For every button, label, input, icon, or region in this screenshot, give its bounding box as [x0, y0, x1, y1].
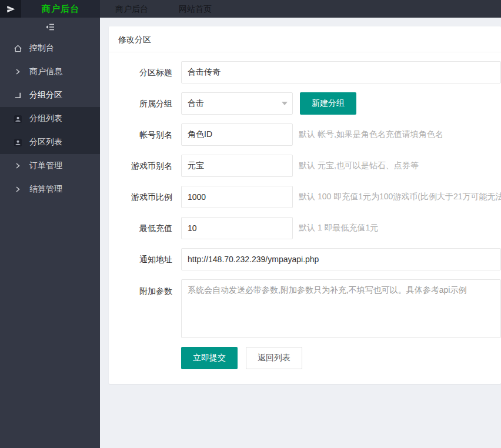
chevron-right-icon: [12, 186, 24, 193]
form-row: 最低充值 默认 1 即最低充值1元: [109, 217, 501, 239]
sidebar-item-settlement-management[interactable]: 结算管理: [0, 178, 100, 201]
spacer: [109, 347, 181, 369]
logo-block: 商户后台: [0, 0, 100, 18]
app-logo: 商户后台: [21, 0, 100, 18]
hint-text: 默认 元宝,也可以是钻石、点券等: [299, 161, 501, 171]
corner-icon: [12, 92, 24, 99]
home-icon: [12, 44, 24, 53]
header-tab-site-home[interactable]: 网站首页: [163, 0, 227, 18]
send-icon[interactable]: [0, 0, 21, 18]
field-label: 分区标题: [109, 61, 181, 83]
chevron-right-icon: [12, 68, 24, 75]
sidebar-item-label: 结算管理: [29, 184, 62, 195]
notify-url-input[interactable]: [181, 248, 501, 270]
hint-text: 默认 1 即最低充值1元: [299, 223, 501, 233]
field-label: 附加参数: [109, 279, 181, 338]
field-label: 所属分组: [109, 92, 181, 115]
sidebar-item-label: 分组分区: [29, 90, 62, 101]
card-title: 修改分区: [109, 26, 501, 52]
hint-text: 默认 帐号,如果是角色名充值请填角色名: [299, 129, 501, 140]
form-row: 游戏币比例 默认 100 即充值1元为100游戏币(比例大于21万可能无法: [109, 186, 501, 208]
chevron-down-icon: [282, 102, 288, 105]
sidebar-item-console[interactable]: 控制台: [0, 36, 100, 60]
sidebar-item-partition-list[interactable]: 分区列表: [0, 131, 100, 154]
sidebar-item-label: 商户信息: [29, 66, 62, 77]
min-recharge-input[interactable]: [181, 217, 293, 239]
back-to-list-button[interactable]: 返回列表: [246, 347, 302, 369]
partition-title-input[interactable]: [181, 61, 501, 83]
field-label: 通知地址: [109, 248, 181, 270]
partition-form: 分区标题 所属分组 新建分组 帐号别名: [109, 52, 501, 384]
coin-ratio-input[interactable]: [181, 186, 293, 208]
edit-partition-card: 修改分区 分区标题 所属分组 新建分组: [109, 26, 501, 384]
field-label: 游戏币别名: [109, 155, 181, 177]
form-actions: 立即提交 返回列表: [109, 347, 501, 369]
new-group-button[interactable]: 新建分组: [300, 92, 356, 115]
chevron-right-icon: [12, 162, 24, 169]
coin-alias-input[interactable]: [181, 155, 293, 177]
field-label: 帐号别名: [109, 123, 181, 146]
hint-text: 默认 100 即充值1元为100游戏币(比例大于21万可能无法: [299, 192, 501, 202]
top-header: 商户后台 商户后台 网站首页: [0, 0, 501, 18]
submit-button[interactable]: 立即提交: [181, 347, 238, 369]
form-row: 帐号别名 默认 帐号,如果是角色名充值请填角色名: [109, 123, 501, 146]
sidebar-item-group-list[interactable]: 分组列表: [0, 107, 100, 131]
form-row: 游戏币别名 默认 元宝,也可以是钻石、点券等: [109, 155, 501, 177]
group-select[interactable]: [181, 92, 293, 115]
form-row: 通知地址: [109, 248, 501, 270]
group-select-value[interactable]: [181, 92, 293, 115]
sidebar: 控制台 商户信息 分组分区 分组列表 分区列表: [0, 18, 100, 448]
member-card-icon: [12, 138, 24, 147]
member-card-icon: [12, 115, 24, 123]
sidebar-item-order-management[interactable]: 订单管理: [0, 154, 100, 178]
sidebar-item-merchant-info[interactable]: 商户信息: [0, 60, 100, 83]
sidebar-item-label: 控制台: [29, 43, 54, 54]
header-tabs: 商户后台 网站首页: [100, 0, 227, 18]
form-row: 附加参数: [109, 279, 501, 338]
sidebar-menu: 控制台 商户信息 分组分区 分组列表 分区列表: [0, 36, 100, 201]
main-content: 修改分区 分区标题 所属分组 新建分组: [100, 18, 501, 448]
account-alias-input[interactable]: [181, 123, 293, 146]
collapse-sidebar-icon[interactable]: [0, 18, 100, 36]
sidebar-item-group-partition[interactable]: 分组分区: [0, 83, 100, 107]
sidebar-item-label: 订单管理: [29, 161, 62, 171]
form-row: 分区标题: [109, 61, 501, 83]
field-label: 游戏币比例: [109, 186, 181, 208]
extra-params-textarea[interactable]: [181, 279, 501, 338]
sidebar-item-label: 分区列表: [29, 137, 62, 148]
header-tab-merchant[interactable]: 商户后台: [100, 0, 163, 18]
field-label: 最低充值: [109, 217, 181, 239]
sidebar-item-label: 分组列表: [29, 113, 62, 124]
form-row: 所属分组 新建分组: [109, 92, 501, 115]
